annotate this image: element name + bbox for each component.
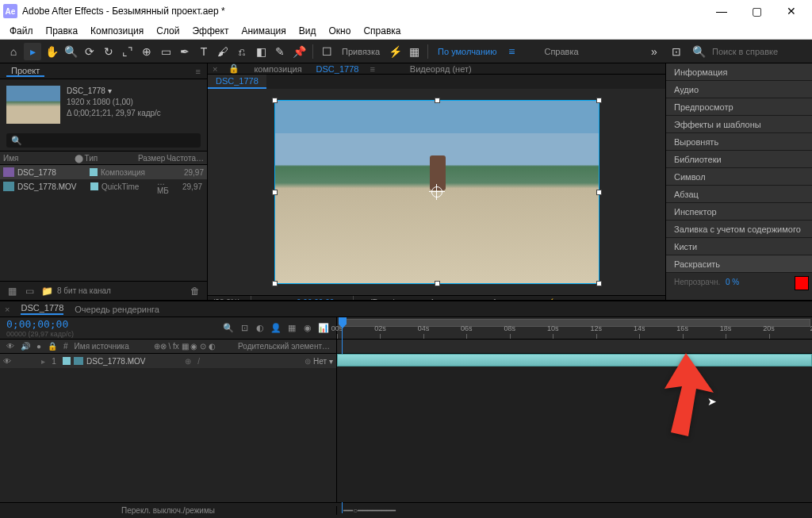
window-close-button[interactable]: ✕ [774, 0, 809, 22]
interpret-icon[interactable]: ▦ [5, 284, 19, 298]
shy-icon[interactable]: 👤 [270, 322, 282, 335]
brush-tool-icon[interactable]: 🖌 [214, 43, 232, 60]
eraser-tool-icon[interactable]: ◧ [252, 43, 270, 60]
workspace-menu-icon[interactable]: ≡ [503, 43, 520, 60]
graph-editor-icon[interactable]: 📊 [317, 322, 330, 335]
help-label[interactable]: Справка [539, 47, 583, 56]
clone-tool-icon[interactable]: ⎌ [233, 43, 251, 60]
col-name[interactable]: Имя [3, 154, 75, 163]
col-source-name[interactable]: Имя источника [71, 342, 151, 351]
col-type[interactable]: Тип [85, 154, 138, 163]
project-panel-tab[interactable]: Проект [6, 66, 44, 77]
panel-preview[interactable]: Предпросмотр [666, 98, 812, 116]
anchor-tool-icon[interactable]: ⊕ [138, 43, 155, 60]
home-icon[interactable]: ⌂ [5, 43, 22, 60]
panel-paint[interactable]: Раскрасить [666, 255, 812, 273]
panel-info[interactable]: Информация [666, 63, 812, 81]
snap-label[interactable]: Привязка [337, 47, 385, 56]
comp-tab[interactable]: DSC_1778 [313, 64, 362, 74]
menu-view[interactable]: Вид [293, 25, 323, 36]
hand-tool-icon[interactable]: ✋ [43, 43, 60, 60]
transform-handle[interactable] [435, 281, 440, 286]
shape-tool-icon[interactable]: ▭ [157, 43, 174, 60]
motion-blur-icon[interactable]: ◉ [301, 322, 314, 335]
menu-window[interactable]: Окно [322, 25, 357, 36]
project-row[interactable]: DSC_1778 Композиция 29,97 [0, 165, 207, 179]
timeline-tab-comp[interactable]: DSC_1778 [21, 303, 63, 315]
layer-label-swatch[interactable] [63, 357, 71, 365]
frame-blend-icon[interactable]: ▦ [285, 322, 298, 335]
panel-audio[interactable]: Аудио [666, 81, 812, 98]
search-icon[interactable]: 🔍 [222, 322, 235, 335]
bpc-toggle[interactable]: 8 бит на канал [57, 286, 111, 295]
label-swatch[interactable] [90, 182, 98, 190]
asset-name[interactable]: DSC_1778 ▾ [67, 86, 161, 97]
camera-tool-icon[interactable]: ⌞⌝ [119, 43, 136, 60]
type-tool-icon[interactable]: T [195, 43, 213, 60]
layer-visibility-icon[interactable]: 👁 [3, 357, 14, 366]
project-row[interactable]: DSC_1778.MOV QuickTime … МБ 29,97 [0, 179, 207, 194]
layer-switches[interactable]: ⊕ / [185, 357, 213, 366]
selection-tool-icon[interactable]: ▸ [24, 43, 41, 60]
col-size[interactable]: Размер [138, 154, 167, 163]
eye-column-icon[interactable]: 👁 [3, 342, 17, 351]
menu-edit[interactable]: Правка [40, 25, 85, 36]
orbit-tool-icon[interactable]: ⟳ [81, 43, 98, 60]
timeline-zoom-slider[interactable]: ━━○━━━━━━━━ [343, 506, 396, 515]
panel-brushes[interactable]: Кисти [666, 238, 812, 255]
asset-thumbnail[interactable] [6, 86, 60, 124]
window-maximize-button[interactable]: ▢ [739, 0, 774, 22]
toggle-switches-button[interactable]: Перекл. выключ./режимы [0, 506, 337, 515]
rotation-tool-icon[interactable]: ↻ [100, 43, 117, 60]
snap-toggle-icon[interactable]: ☐ [318, 43, 335, 60]
panel-content-aware[interactable]: Заливка с учетом содержимого [666, 221, 812, 238]
label-swatch[interactable] [90, 168, 98, 176]
panel-tracker[interactable]: Инспектор [666, 203, 812, 221]
audio-column-icon[interactable]: 🔊 [17, 342, 33, 351]
layer-duration-bar[interactable] [337, 354, 812, 366]
roto-tool-icon[interactable]: ✎ [271, 43, 289, 60]
footage-tab[interactable]: Видеоряд (нет) [407, 64, 475, 74]
menu-layer[interactable]: Слой [150, 25, 186, 36]
transform-handle[interactable] [272, 190, 278, 195]
panel-menu-icon[interactable]: » [645, 43, 663, 60]
snap-grid-icon[interactable]: ▦ [405, 43, 423, 60]
layer-parent-dropdown[interactable]: Нет ▾ [304, 357, 333, 366]
snap-opts-icon[interactable]: ⚡ [386, 43, 404, 60]
col-parent[interactable]: Родительский элемент… [235, 342, 333, 351]
paint-color-swatch[interactable] [795, 276, 809, 290]
panel-libraries[interactable]: Библиотеки [666, 151, 812, 168]
transform-handle[interactable] [272, 281, 278, 286]
new-folder-icon[interactable]: 📁 [40, 284, 54, 298]
transform-handle[interactable] [596, 281, 602, 286]
panel-effects[interactable]: Эффекты и шаблоны [666, 116, 812, 133]
current-timecode[interactable]: 0;00;00;00 [6, 318, 74, 330]
zoom-tool-icon[interactable]: 🔍 [62, 43, 79, 60]
timeline-tab-render[interactable]: Очередь рендеринга [75, 305, 159, 314]
layer-name[interactable]: DSC_1778.MOV [86, 357, 182, 366]
panel-character[interactable]: Символ [666, 168, 812, 186]
panel-align[interactable]: Выровнять [666, 133, 812, 151]
transform-handle[interactable] [596, 98, 602, 103]
menu-help[interactable]: Справка [357, 25, 407, 36]
workspace-label[interactable]: По умолчанию [433, 47, 501, 56]
transform-handle[interactable] [272, 98, 278, 103]
time-ruler[interactable]: 00s02s04s06s08s10s12s14s16s18s20s2 [337, 317, 812, 339]
viewport[interactable] [208, 89, 665, 295]
panel-menu-icon[interactable]: ≡ [196, 67, 201, 76]
menu-animation[interactable]: Анимация [235, 25, 292, 36]
comp-mini-flowchart-icon[interactable]: ⊡ [238, 322, 251, 335]
pen-tool-icon[interactable]: ✒ [176, 43, 193, 60]
panel-paragraph[interactable]: Абзац [666, 186, 812, 203]
window-minimize-button[interactable]: — [704, 0, 739, 22]
layer-row[interactable]: 👁 ▸ 1 DSC_1778.MOV ⊕ / Нет ▾ [0, 354, 336, 368]
paint-opacity-value[interactable]: 0 % [726, 278, 739, 286]
comp-subtab[interactable]: DSC_1778 [208, 75, 266, 89]
menu-effect[interactable]: Эффект [186, 25, 235, 36]
transform-handle[interactable] [596, 190, 602, 195]
anchor-point-icon[interactable] [431, 186, 442, 198]
menu-file[interactable]: Файл [3, 25, 40, 36]
delete-icon[interactable]: 🗑 [188, 284, 202, 298]
search-input[interactable] [712, 47, 807, 56]
draft3d-icon[interactable]: ◐ [254, 322, 266, 335]
